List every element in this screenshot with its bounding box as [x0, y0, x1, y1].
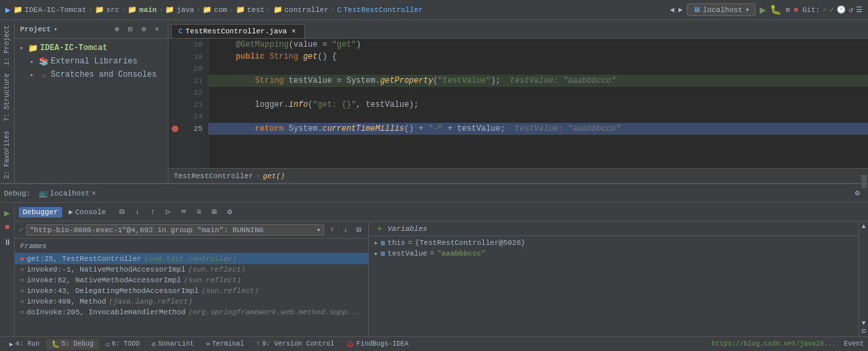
pause-btn[interactable]: ⏸	[1, 236, 14, 249]
ln-21: 21	[182, 75, 208, 87]
status-url: https://blog.csdn.net/java28...	[712, 340, 836, 348]
var-name-testvalue: testValue	[388, 250, 427, 258]
gutter-21	[168, 75, 182, 87]
tree-label-scratch: Scratches and Consoles	[51, 70, 156, 79]
tree-item-root[interactable]: ▾ 📁 IDEA-IC-Tomcat	[15, 41, 168, 55]
git-check1[interactable]: ✓	[823, 5, 827, 14]
var-item-this[interactable]: ▸ ▦ this = {TestRestController@5026}	[369, 238, 859, 248]
code-editor: 18 19 20 21 22 23 24 25 @GetMapping(valu…	[168, 39, 868, 168]
trace-btn[interactable]: ≡	[192, 206, 206, 219]
frame-item-0[interactable]: ■ get:25, TestRestController (com.test.c…	[15, 254, 368, 264]
frame-detail-5: (org.springframework.web.method.supp...	[188, 308, 360, 316]
frame-up-btn[interactable]: ↑	[327, 225, 337, 236]
debug-session-tab[interactable]: 📺 localhost ×	[35, 188, 100, 199]
frames-title: Frames	[20, 242, 47, 250]
toolbar-right: ◀ ▶ 🖥 localhost ▾ ▶ 🐛 ⚙ ■ Git: ✓ ✓ 🕐 ↺ ☰	[670, 3, 863, 17]
gutter-20	[168, 63, 182, 75]
frame-item-5[interactable]: ○ doInvoke:205, InvocableHandlerMethod (…	[15, 307, 368, 318]
frame-label-1: invoke0:-1, NativeMethodAccessorImpl	[27, 266, 186, 274]
run-to-cursor-btn[interactable]: ▷	[162, 206, 175, 219]
var-arrow-testvalue[interactable]: ▸	[374, 250, 378, 258]
frame-filter-btn[interactable]: ⊟	[353, 225, 364, 236]
structure-tab[interactable]: 7: Structure	[1, 69, 13, 125]
frame-down-btn[interactable]: ↓	[340, 225, 351, 236]
breadcrumb-class[interactable]: TestRestController	[174, 172, 253, 180]
status-terminal-tab[interactable]: ⌨ Terminal	[200, 339, 249, 350]
status-right: https://blog.csdn.net/java28... Event	[712, 340, 864, 348]
code-content[interactable]: @GetMapping(value = "get") public String…	[208, 39, 868, 168]
frame-label-5: doInvoke:205, InvocableHandlerMethod	[27, 308, 186, 316]
layout-btn[interactable]: ⊞	[208, 206, 221, 219]
scroll-down-btn[interactable]: ▼	[861, 320, 865, 327]
project-panel: Project ▾ ⊕ ⊟ ⚙ × ▾ 📁 IDEA-IC-Tomcat ▸ 📚…	[15, 20, 168, 183]
frame-item-1[interactable]: ○ invoke0:-1, NativeMethodAccessorImpl (…	[15, 264, 368, 275]
debug-btn[interactable]: 🐛	[770, 4, 781, 15]
git-clock[interactable]: 🕐	[837, 5, 846, 14]
debug-panel-label: Debug:	[4, 190, 31, 198]
status-todo-tab[interactable]: ☑ 6: TODO	[100, 339, 145, 350]
run-config[interactable]: 🖥 localhost ▾	[687, 3, 756, 16]
evaluate-btn[interactable]: ⌨	[177, 206, 190, 219]
breadcrumb-method[interactable]: get()	[263, 172, 285, 180]
vars-add-btn[interactable]: +	[374, 224, 385, 234]
frame-label-4: invoke:498, Method	[27, 298, 106, 306]
var-icon-this: ▦	[381, 239, 385, 247]
tree-item-extlib[interactable]: ▸ 📚 External Libraries	[15, 55, 168, 68]
tab-console[interactable]: ▶ Console	[65, 206, 110, 218]
project-breadcrumb: 📁 IDEA-IC-Tomcat › 📁 src › 📁 main › 📁 ja…	[13, 5, 423, 14]
ln-22: 22	[182, 87, 208, 99]
stop-debug-btn[interactable]: ■	[1, 221, 14, 234]
thread-selector[interactable]: "http-bio-8080-exec-1"@4,692 in group "m…	[26, 224, 324, 236]
ln-23: 23	[182, 99, 208, 111]
git-undo[interactable]: ↺	[849, 5, 853, 14]
status-vcs-tab[interactable]: ↑ 9: Version Control	[251, 339, 339, 349]
frame-item-3[interactable]: ○ invoke:43, DelegatingMethodAccessorImp…	[15, 286, 368, 296]
git-check2[interactable]: ✓	[830, 5, 835, 14]
frames-header: Frames	[15, 239, 368, 254]
status-debug-tab[interactable]: 🐛 5: Debug	[46, 339, 99, 350]
back-btn[interactable]: ◀	[670, 5, 675, 14]
frame-item-4[interactable]: ○ invoke:498, Method (java.lang.reflect)	[15, 296, 368, 307]
git-menu[interactable]: ☰	[856, 5, 863, 14]
editor-tab-main[interactable]: C TestRestController.java ×	[171, 24, 305, 38]
run-btn[interactable]: ▶	[760, 3, 766, 17]
resume-btn[interactable]: ▶	[1, 206, 14, 220]
status-sonar-tab[interactable]: ⊘ SonarLint	[146, 339, 199, 350]
panel-header: Project ▾ ⊕ ⊟ ⚙ ×	[15, 20, 168, 39]
close-panel-icon[interactable]: ×	[152, 24, 162, 35]
run-coverage-btn[interactable]: ⚙	[785, 5, 790, 14]
status-findbugs-tab[interactable]: 🐞 FindBugs-IDEA	[341, 339, 414, 350]
step-out-btn[interactable]: ↑	[146, 206, 160, 219]
frame-label-0: get:25, TestRestController	[27, 255, 142, 263]
sync-icon[interactable]: ⊕	[112, 24, 122, 35]
project-tab[interactable]: 1: Project	[1, 21, 13, 69]
tab-close-btn[interactable]: ×	[289, 27, 297, 35]
panel-icons: ⊕ ⊟ ⚙ ×	[112, 24, 162, 35]
breakpoint-marker[interactable]	[172, 125, 178, 132]
debug-content-area: Debugger ▶ Console ⊟ ↓ ↑ ▷ ⌨ ≡ ⊞ ⚙	[15, 203, 868, 336]
status-run-tab[interactable]: ▶ 4: Run	[4, 339, 45, 350]
tab-debugger[interactable]: Debugger	[19, 207, 62, 218]
tree-item-scratch[interactable]: ▸ ☕ Scratches and Consoles	[15, 68, 168, 81]
settings-icon[interactable]: ⚙	[138, 24, 149, 35]
var-item-testvalue[interactable]: ▸ ▦ testValue = "aaabbbccc"	[369, 248, 859, 259]
var-icon-testvalue: ▦	[381, 250, 385, 258]
copy-btn[interactable]: ⊡	[861, 327, 865, 335]
favorites-tab[interactable]: 2: Favorites	[1, 127, 13, 183]
var-name-this: this	[388, 239, 405, 247]
close-session-icon[interactable]: ×	[92, 190, 96, 198]
step-over-btn[interactable]: ⊟	[116, 206, 129, 219]
frame-item-2[interactable]: ○ invoke:62, NativeMethodAccessorImpl (s…	[15, 275, 368, 286]
frames-panel: ✓ "http-bio-8080-exec-1"@4,692 in group …	[15, 222, 369, 336]
debug-tabs-bar: Debug: 📺 localhost × ⚙	[0, 184, 868, 203]
gutter-24	[168, 111, 182, 123]
frame-icon-5: ○	[20, 309, 24, 316]
collapse-icon[interactable]: ⊟	[125, 24, 136, 35]
stop-btn[interactable]: ■	[794, 6, 799, 14]
settings2-btn[interactable]: ⚙	[223, 206, 237, 219]
step-into-btn[interactable]: ↓	[131, 206, 144, 219]
forward-btn[interactable]: ▶	[678, 5, 683, 14]
left-vtabs: 1: Project 7: Structure 2: Favorites	[0, 20, 15, 183]
debug-panel: Debug: 📺 localhost × ⚙ ▶ ■ ⏸ Debugger ▶	[0, 183, 868, 336]
var-arrow-this[interactable]: ▸	[374, 239, 378, 247]
